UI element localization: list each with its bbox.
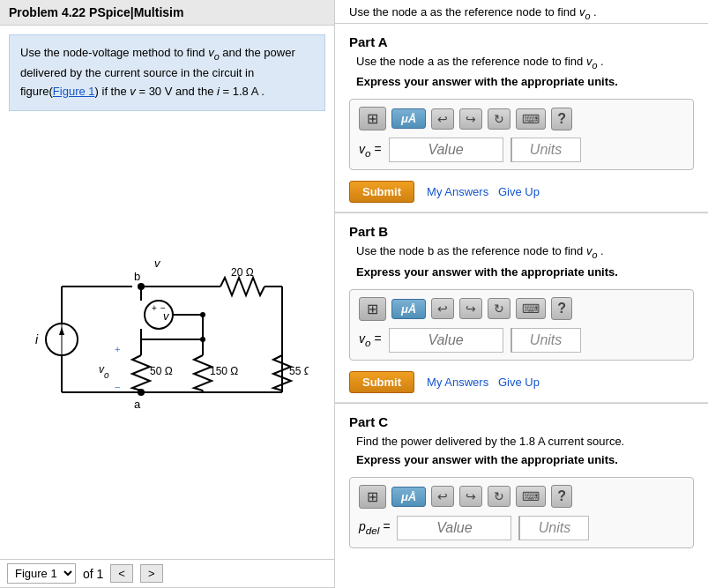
svg-text:20 Ω: 20 Ω	[231, 266, 254, 279]
part-c-answer-box: ⊞ μÅ ↩ ↪ ↻ ⌨ ? pdel = Units	[349, 477, 694, 548]
svg-text:−: −	[115, 382, 120, 392]
part-b-help-button[interactable]: ?	[551, 297, 572, 320]
problem-description: Use the node-voltage method to find vo a…	[9, 34, 325, 111]
part-b-value-input[interactable]	[389, 328, 503, 353]
svg-text:i: i	[35, 332, 39, 346]
part-c-matrix-button[interactable]: ⊞	[359, 485, 386, 509]
part-a-refresh-button[interactable]: ↻	[488, 108, 511, 130]
part-a-redo-button[interactable]: ↪	[459, 108, 482, 130]
part-b-redo-button[interactable]: ↪	[459, 298, 482, 319]
part-a-submit-button[interactable]: Submit	[349, 181, 414, 203]
part-c-units-box[interactable]: Units	[518, 516, 589, 540]
part-a-matrix-button[interactable]: ⊞	[359, 107, 386, 130]
part-c-keyboard-button[interactable]: ⌨	[516, 486, 546, 507]
part-c-unit-button[interactable]: μÅ	[391, 487, 426, 507]
part-c-header: Part C	[335, 403, 708, 433]
part-b-give-up-link[interactable]: Give Up	[498, 376, 540, 389]
part-c-node-instruction: Find the power delivered by the 1.8 A cu…	[335, 433, 708, 450]
part-a-keyboard-button[interactable]: ⌨	[516, 108, 546, 130]
matrix-icon-c: ⊞	[367, 488, 378, 505]
part-c-express: Express your answer with the appropriate…	[335, 450, 708, 472]
part-b-unit-button[interactable]: μÅ	[391, 299, 426, 319]
part-a-help-button[interactable]: ?	[551, 108, 572, 130]
part-a-undo-button[interactable]: ↩	[431, 108, 454, 130]
part-b-node-instruction: Use the node b as the reference node to …	[335, 242, 708, 262]
svg-text:b: b	[134, 270, 140, 283]
figure-prev-button[interactable]: <	[110, 564, 133, 583]
svg-point-34	[138, 389, 145, 396]
part-a-answer-links: My Answers Give Up	[427, 185, 540, 198]
part-b-keyboard-button[interactable]: ⌨	[516, 298, 546, 319]
part-c-value-input[interactable]	[397, 516, 511, 540]
part-a-header: Part A	[335, 23, 708, 53]
part-b-answer-box: ⊞ μÅ ↩ ↪ ↻ ⌨ ? vo = Units	[349, 289, 694, 361]
part-b-eq-label: vo =	[359, 331, 382, 348]
part-a-top-instruction: Use the node a as the reference node to …	[335, 0, 708, 23]
svg-text:50 Ω: 50 Ω	[150, 365, 173, 377]
part-b-units-box[interactable]: Units	[511, 328, 581, 353]
part-a-submit-row: Submit My Answers Give Up	[335, 177, 708, 212]
part-c-refresh-button[interactable]: ↻	[488, 486, 511, 507]
part-b-submit-row: Submit My Answers Give Up	[335, 368, 708, 402]
svg-text:+: +	[152, 303, 157, 313]
part-a-input-row: vo = Units	[359, 138, 684, 162]
svg-text:+: +	[115, 344, 120, 354]
circuit-diagram: i + − v b v 50 Ω vo	[26, 251, 309, 428]
svg-text:vo: vo	[99, 363, 109, 380]
svg-text:150 Ω: 150 Ω	[210, 365, 238, 377]
part-a-give-up-link[interactable]: Give Up	[498, 185, 540, 198]
figure-of-label: of 1	[83, 567, 103, 581]
part-b-refresh-button[interactable]: ↻	[488, 298, 511, 319]
part-a-node-instruction: Use the node a as the reference node to …	[335, 53, 708, 72]
right-panel: Use the node a as the reference node to …	[335, 0, 708, 588]
matrix-icon: ⊞	[367, 110, 378, 127]
part-b-header: Part B	[335, 212, 708, 242]
part-a-value-input[interactable]	[389, 138, 503, 162]
svg-text:55 Ω: 55 Ω	[289, 365, 309, 377]
part-b-submit-button[interactable]: Submit	[349, 371, 414, 393]
figure-controls: Figure 1 of 1 < >	[0, 559, 334, 588]
svg-point-19	[138, 283, 145, 290]
svg-text:v: v	[154, 257, 161, 270]
left-panel: Problem 4.22 PSpice|Multisim Use the nod…	[0, 0, 335, 588]
circuit-area: i + − v b v 50 Ω vo	[0, 120, 334, 560]
part-a-units-box[interactable]: Units	[511, 138, 581, 162]
part-c-undo-button[interactable]: ↩	[431, 486, 454, 507]
part-a-express: Express your answer with the appropriate…	[335, 71, 708, 93]
part-a-unit-button[interactable]: μÅ	[391, 108, 426, 129]
figure-select[interactable]: Figure 1	[7, 563, 76, 584]
problem-title: Problem 4.22 PSpice|Multisim	[0, 0, 334, 26]
part-a-my-answers-link[interactable]: My Answers	[427, 185, 488, 198]
part-c-input-row: pdel = Units	[359, 516, 684, 540]
part-a-answer-box: ⊞ μÅ ↩ ↪ ↻ ⌨ ? vo = Units	[349, 99, 694, 170]
part-b-answer-links: My Answers Give Up	[427, 376, 540, 389]
part-c-eq-label: pdel =	[359, 519, 390, 536]
part-b-my-answers-link[interactable]: My Answers	[427, 376, 488, 389]
part-a-toolbar: ⊞ μÅ ↩ ↪ ↻ ⌨ ?	[359, 107, 684, 130]
part-c-help-button[interactable]: ?	[551, 485, 572, 508]
svg-text:a: a	[134, 398, 141, 411]
part-b-express: Express your answer with the appropriate…	[335, 262, 708, 284]
part-b-undo-button[interactable]: ↩	[431, 298, 454, 319]
part-c-redo-button[interactable]: ↪	[459, 486, 482, 507]
part-b-input-row: vo = Units	[359, 328, 684, 353]
figure-next-button[interactable]: >	[140, 564, 163, 583]
part-b-toolbar: ⊞ μÅ ↩ ↪ ↻ ⌨ ?	[359, 297, 684, 321]
part-a-eq-label: vo =	[359, 142, 382, 159]
part-c-toolbar: ⊞ μÅ ↩ ↪ ↻ ⌨ ?	[359, 485, 684, 509]
matrix-icon-b: ⊞	[367, 301, 378, 317]
part-b-matrix-button[interactable]: ⊞	[359, 297, 386, 321]
